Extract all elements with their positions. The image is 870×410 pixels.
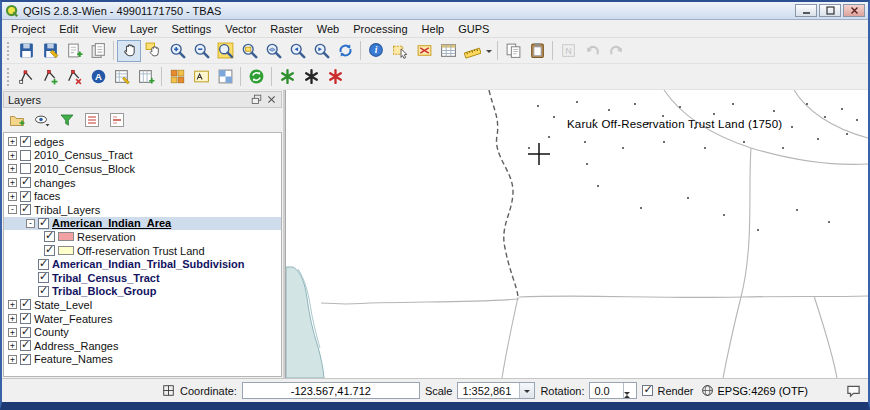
menu-item-help[interactable]: Help — [415, 21, 452, 37]
layer-checkbox[interactable] — [20, 299, 31, 310]
reservation-swatch[interactable] — [58, 232, 74, 241]
layers-panel-header[interactable]: Layers — [3, 91, 282, 108]
gups-black-tool-button[interactable] — [299, 66, 323, 88]
coordinate-input[interactable] — [242, 382, 420, 399]
layer-row-2010-census-tract[interactable]: 2010_Census_Tract — [4, 149, 281, 163]
toolbar-grip[interactable] — [7, 42, 11, 60]
layer-checkbox[interactable] — [38, 259, 49, 270]
minimize-button[interactable] — [795, 4, 817, 17]
diagram-tool-button[interactable] — [213, 66, 237, 88]
layer-checkbox[interactable] — [38, 272, 49, 283]
refresh-map-button[interactable] — [333, 40, 357, 62]
crs-transform-tool-button[interactable] — [244, 66, 268, 88]
layer-style-tool-button[interactable] — [165, 66, 189, 88]
attribute-form-tool-button[interactable] — [110, 66, 134, 88]
zoom-to-selection-button[interactable] — [237, 40, 261, 62]
open-attribute-table-button[interactable] — [436, 40, 460, 62]
zoom-out-button[interactable] — [189, 40, 213, 62]
menu-item-edit[interactable]: Edit — [52, 21, 85, 37]
render-checkbox[interactable] — [642, 385, 653, 396]
titlebar[interactable]: QGIS 2.8.3-Wien - 49901171750 - TBAS — [2, 2, 868, 20]
layer-row-county[interactable]: County — [4, 325, 281, 339]
filter-legend-button[interactable] — [56, 110, 78, 131]
scale-dropdown-icon[interactable] — [519, 383, 534, 398]
layer-row-edges[interactable]: edges — [4, 135, 281, 149]
zoom-full-button[interactable] — [213, 40, 237, 62]
expander-icon[interactable] — [8, 328, 17, 337]
symbol-checkbox[interactable] — [44, 245, 55, 256]
panel-close-button[interactable] — [264, 93, 279, 106]
symbol-checkbox[interactable] — [44, 231, 55, 242]
expander-icon[interactable] — [8, 164, 17, 173]
layer-row-american-indian-tribal-subdivision[interactable]: American_Indian_Tribal_Subdivision — [4, 257, 281, 271]
layer-checkbox[interactable] — [20, 136, 31, 147]
save-project-as-button[interactable] — [38, 40, 62, 62]
gups-green-tool-button[interactable] — [275, 66, 299, 88]
menu-item-raster[interactable]: Raster — [263, 21, 309, 37]
expander-icon[interactable] — [8, 341, 17, 350]
trust-land-swatch[interactable] — [58, 246, 74, 255]
composer-manager-button[interactable] — [86, 40, 110, 62]
measure-dropdown-caret[interactable] — [484, 40, 494, 62]
move-vertex-tool-button[interactable] — [14, 66, 38, 88]
layer-row-2010-census-block[interactable]: 2010_Census_Block — [4, 162, 281, 176]
group-row-tribal-layers[interactable]: Tribal_Layers — [4, 203, 281, 217]
menu-item-settings[interactable]: Settings — [164, 21, 218, 37]
menu-item-vector[interactable]: Vector — [218, 21, 263, 37]
layer-row-water-features[interactable]: Water_Features — [4, 312, 281, 326]
map-canvas[interactable]: Karuk Off-Reservation Trust Land (1750) — [285, 90, 868, 378]
symbol-row-reservation[interactable]: Reservation — [4, 230, 281, 244]
layer-checkbox[interactable] — [20, 340, 31, 351]
menu-item-gups[interactable]: GUPS — [451, 21, 496, 37]
expander-icon[interactable] — [8, 355, 17, 364]
new-print-composer-button[interactable] — [62, 40, 86, 62]
scale-combobox[interactable]: 1:352,861 — [457, 382, 535, 399]
messages-button[interactable] — [846, 384, 861, 398]
expander-icon[interactable] — [8, 137, 17, 146]
deselect-features-button[interactable] — [412, 40, 436, 62]
menu-item-web[interactable]: Web — [310, 21, 346, 37]
measure-line-button[interactable] — [460, 40, 484, 62]
layer-row-address-ranges[interactable]: Address_Ranges — [4, 339, 281, 353]
zoom-to-layer-button[interactable] — [261, 40, 285, 62]
labeling-tool-button[interactable]: A — [86, 66, 110, 88]
expander-icon[interactable] — [8, 205, 17, 214]
spin-down-icon[interactable] — [624, 395, 636, 407]
menu-item-layer[interactable]: Layer — [123, 21, 165, 37]
collapse-all-button[interactable] — [106, 110, 128, 131]
expander-icon[interactable] — [8, 192, 17, 201]
paste-features-button[interactable] — [525, 40, 549, 62]
annotation-button[interactable]: N — [556, 40, 580, 62]
zoom-last-button[interactable] — [285, 40, 309, 62]
field-calculator-tool-button[interactable] — [134, 66, 158, 88]
symbol-row-off-reservation-trust-land[interactable]: Off-reservation Trust Land — [4, 244, 281, 258]
manage-layer-visibility-button[interactable] — [31, 110, 53, 131]
identify-features-button[interactable]: i — [364, 40, 388, 62]
save-project-button[interactable] — [14, 40, 38, 62]
layer-row-american-indian-area[interactable]: American_Indian_Area — [4, 217, 281, 231]
menu-item-processing[interactable]: Processing — [346, 21, 414, 37]
panel-float-button[interactable] — [249, 93, 264, 106]
expander-icon[interactable] — [8, 314, 17, 323]
extents-toggle-button[interactable] — [162, 384, 175, 397]
expander-icon[interactable] — [26, 219, 35, 228]
layer-row-changes[interactable]: changes — [4, 176, 281, 190]
render-toggle[interactable]: Render — [642, 385, 693, 397]
pan-to-selection-button[interactable] — [141, 40, 165, 62]
gups-red-tool-button[interactable] — [323, 66, 347, 88]
add-group-button[interactable] — [6, 110, 28, 131]
zoom-in-button[interactable] — [165, 40, 189, 62]
layer-checkbox[interactable] — [20, 163, 31, 174]
layer-tree[interactable]: edges 2010_Census_Tract 2010_Census_Bloc… — [3, 132, 282, 377]
copy-features-button[interactable] — [501, 40, 525, 62]
expander-icon[interactable] — [8, 151, 17, 160]
layer-checkbox[interactable] — [20, 313, 31, 324]
layer-checkbox[interactable] — [38, 286, 49, 297]
delete-vertex-tool-button[interactable] — [62, 66, 86, 88]
layer-row-tribal-block-group[interactable]: Tribal_Block_Group — [4, 285, 281, 299]
undo-button[interactable] — [580, 40, 604, 62]
add-vertex-tool-button[interactable] — [38, 66, 62, 88]
label-style-tool-button[interactable] — [189, 66, 213, 88]
crs-status-button[interactable]: EPSG:4269 (OTF) — [699, 384, 810, 397]
expander-icon[interactable] — [8, 178, 17, 187]
